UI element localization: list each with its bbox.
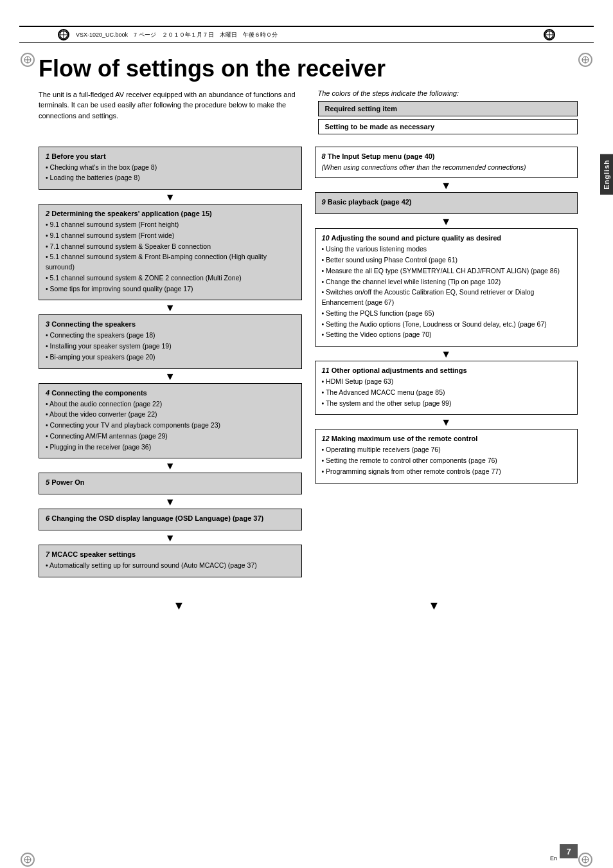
step-7-title: 7 MCACC speaker settings xyxy=(46,550,295,558)
step-8-content: (When using connections other than the r… xyxy=(322,163,571,173)
english-tab: English xyxy=(600,154,613,195)
list-item: Using the various listening modes xyxy=(322,244,571,255)
step-1-box: 1 Before you start Checking what's in th… xyxy=(39,147,302,190)
step-10-content: Using the various listening modes Better… xyxy=(322,244,571,340)
page-title: Flow of settings on the receiver xyxy=(39,56,578,82)
step-6-box: 6 Changing the OSD display language (OSD… xyxy=(39,509,302,530)
list-item: 5.1 channel surround system & ZONE 2 con… xyxy=(46,273,295,284)
step-12-title: 12 Making maximum use of the remote cont… xyxy=(322,435,571,442)
step-8-title: 8 The Input Setup menu (page 40) xyxy=(322,152,571,160)
arrow-4-5: ▼ xyxy=(39,461,302,471)
step-8-box: 8 The Input Setup menu (page 40) (When u… xyxy=(315,147,578,179)
list-item: 7.1 channel surround system & Speaker B … xyxy=(46,242,295,252)
step-3-content: Connecting the speakers (page 18) Instal… xyxy=(46,330,295,362)
arrow-6-7: ▼ xyxy=(39,533,302,543)
list-item: Loading the batteries (page 8) xyxy=(46,173,295,183)
list-item: Change the channel level while listening… xyxy=(322,277,571,287)
list-item: About the audio connection (page 22) xyxy=(46,399,295,410)
list-item: 9.1 channel surround system (Front heigh… xyxy=(46,220,295,230)
list-item: Bi-amping your speakers (page 20) xyxy=(46,352,295,363)
list-item: Setting the PQLS function (page 65) xyxy=(322,309,571,319)
list-item: Operating multiple receivers (page 76) xyxy=(322,445,571,455)
list-item: About the video converter (page 22) xyxy=(46,410,295,420)
step-9-title: 9 Basic playback (page 42) xyxy=(322,198,571,206)
step-7-box: 7 MCACC speaker settings Automatically s… xyxy=(39,545,302,577)
main-content: Flow of settings on the receiver The uni… xyxy=(0,43,613,593)
list-item: Automatically setting up for surround so… xyxy=(46,561,295,571)
list-item: 9.1 channel surround system (Front wide) xyxy=(46,231,295,241)
corner-decoration-tr xyxy=(578,53,592,67)
step-11-title: 11 Other optional adjustments and settin… xyxy=(322,366,571,374)
compass-right xyxy=(544,29,555,41)
step-6-title: 6 Changing the OSD display language (OSD… xyxy=(46,514,295,522)
arrow-2-3: ▼ xyxy=(39,303,302,313)
corner-decoration-tl xyxy=(21,53,35,67)
list-item: 5.1 channel surround system & Front Bi-a… xyxy=(46,252,295,273)
list-item: Connecting your TV and playback componen… xyxy=(46,420,295,431)
step-2-content: 9.1 channel surround system (Front heigh… xyxy=(46,220,295,294)
flow-left: 1 Before you start Checking what's in th… xyxy=(39,147,302,581)
corner-decoration-br xyxy=(578,853,592,867)
list-item: The Advanced MCACC menu (page 85) xyxy=(322,388,571,398)
step-5-title: 5 Power On xyxy=(46,478,295,486)
corner-decoration-bl xyxy=(21,853,35,867)
step-1-title: 1 Before you start xyxy=(46,152,295,160)
intro-row: The unit is a full-fledged AV receiver e… xyxy=(39,89,578,137)
step-4-title: 4 Connecting the components xyxy=(46,389,295,397)
arrow-9-10: ▼ xyxy=(315,217,578,227)
arrow-3-4: ▼ xyxy=(39,372,302,382)
intro-right-italic: The colors of the steps indicate the fol… xyxy=(318,89,578,97)
arrow-1-2: ▼ xyxy=(39,192,302,203)
intro-left: The unit is a full-fledged AV receiver e… xyxy=(39,89,299,137)
step-10-box: 10 Adjusting the sound and picture quali… xyxy=(315,228,578,347)
list-item: Connecting AM/FM antennas (page 29) xyxy=(46,431,295,442)
list-item: Installing your speaker system (page 19) xyxy=(46,341,295,352)
arrow-8-9: ▼ xyxy=(315,181,578,191)
flow-right: 8 The Input Setup menu (page 40) (When u… xyxy=(315,147,578,581)
list-item: Checking what's in the box (page 8) xyxy=(46,163,295,173)
list-item: Connecting the speakers (page 18) xyxy=(46,330,295,341)
step-1-content: Checking what's in the box (page 8) Load… xyxy=(46,163,295,184)
page-en-label: En xyxy=(550,855,557,862)
intro-right: The colors of the steps indicate the fol… xyxy=(318,89,578,137)
list-item: Switches on/off the Acoustic Calibration… xyxy=(322,287,571,308)
bottom-arrow-center: ▼ xyxy=(429,599,440,613)
step-9-box: 9 Basic playback (page 42) xyxy=(315,192,578,214)
header-bar: VSX-1020_UC.book 7 ページ ２０１０年１月７日 木曜日 午後６… xyxy=(19,26,594,43)
arrow-10-11: ▼ xyxy=(315,349,578,359)
list-item: Measure the all EQ type (SYMMETRY/ALL CH… xyxy=(322,266,571,276)
arrow-5-6: ▼ xyxy=(39,497,302,507)
list-item: The system and the other setup (page 99) xyxy=(322,399,571,409)
bottom-arrow-left: ▼ xyxy=(173,599,185,613)
step-10-title: 10 Adjusting the sound and picture quali… xyxy=(322,234,571,242)
step-2-box: 2 Determining the speakers' application … xyxy=(39,204,302,300)
list-item: Some tips for improving sound quality (p… xyxy=(46,284,295,294)
list-item: HDMI Setup (page 63) xyxy=(322,377,571,387)
step-3-title: 3 Connecting the speakers xyxy=(46,320,295,328)
legend-optional: Setting to be made as necessary xyxy=(318,119,578,134)
step-12-content: Operating multiple receivers (page 76) S… xyxy=(322,445,571,476)
step-11-box: 11 Other optional adjustments and settin… xyxy=(315,361,578,415)
step-7-content: Automatically setting up for surround so… xyxy=(46,561,295,571)
list-item: Setting the Audio options (Tone, Loudnes… xyxy=(322,320,571,330)
list-item: Setting the Video options (page 70) xyxy=(322,330,571,340)
step-11-content: HDMI Setup (page 63) The Advanced MCACC … xyxy=(322,377,571,408)
list-item: Programming signals from other remote co… xyxy=(322,467,571,477)
list-item: Setting the remote to control other comp… xyxy=(322,456,571,466)
compass-left xyxy=(58,29,69,41)
list-item: Plugging in the receiver (page 36) xyxy=(46,442,295,453)
step-12-box: 12 Making maximum use of the remote cont… xyxy=(315,429,578,483)
legend-required: Required setting item xyxy=(318,101,578,116)
step-2-title: 2 Determining the speakers' application … xyxy=(46,210,295,217)
flow-columns: 1 Before you start Checking what's in th… xyxy=(39,147,578,581)
step-4-content: About the audio connection (page 22) Abo… xyxy=(46,399,295,453)
page: English VSX-1020_UC.book 7 ページ ２０１０年１月７日… xyxy=(0,26,613,868)
file-info: VSX-1020_UC.book 7 ページ ２０１０年１月７日 木曜日 午後６… xyxy=(76,31,537,39)
step-3-box: 3 Connecting the speakers Connecting the… xyxy=(39,314,302,368)
arrow-11-12: ▼ xyxy=(315,417,578,428)
step-4-box: 4 Connecting the components About the au… xyxy=(39,383,302,459)
list-item: Better sound using Phase Control (page 6… xyxy=(322,255,571,266)
step-5-box: 5 Power On xyxy=(39,473,302,494)
page-number: 7 xyxy=(560,844,578,858)
